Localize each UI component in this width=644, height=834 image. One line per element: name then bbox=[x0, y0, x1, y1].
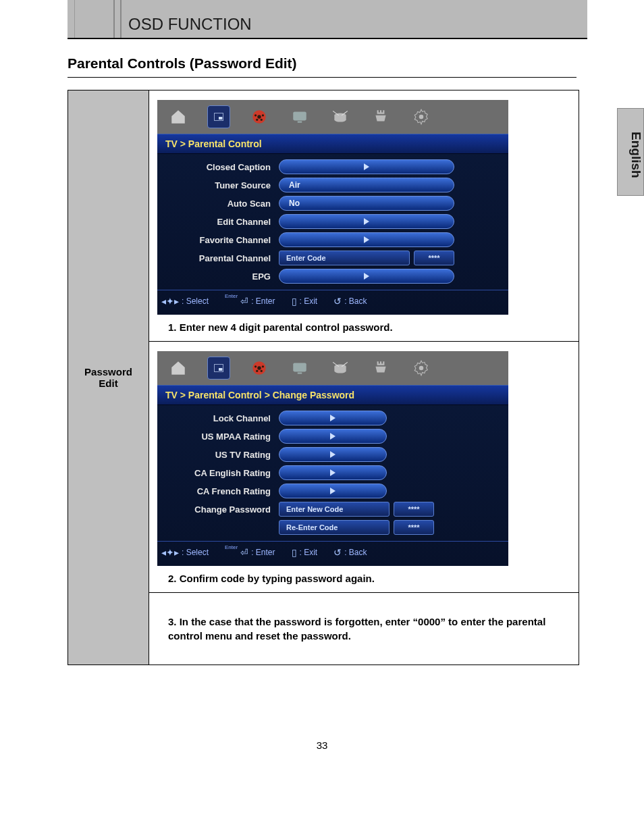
svg-rect-8 bbox=[293, 111, 306, 120]
osd-value-text: No bbox=[289, 199, 300, 208]
home-icon bbox=[167, 357, 190, 380]
header-title: OSD FUNCTION bbox=[122, 15, 252, 38]
osd-code-label: Enter New Code bbox=[279, 502, 390, 517]
drum-icon bbox=[329, 357, 352, 380]
step-cell-3: 3. In the case that the password is forg… bbox=[149, 593, 579, 665]
footer-select: ◂✦▸ : Select bbox=[161, 296, 209, 307]
title-underline bbox=[68, 77, 576, 78]
movie-icon bbox=[248, 357, 271, 380]
osd-menu-label: Closed Caption bbox=[164, 162, 279, 172]
language-side-tab: English bbox=[617, 108, 644, 196]
osd-menu-row[interactable]: CA English Rating bbox=[164, 465, 502, 480]
osd-iconbar bbox=[157, 351, 508, 385]
osd-value-pill[interactable]: Air bbox=[279, 178, 454, 192]
footer-select: ◂✦▸ : Select bbox=[161, 547, 209, 558]
footer-exit: ▯ : Exit bbox=[292, 547, 318, 558]
svg-point-18 bbox=[254, 365, 257, 367]
osd-menu-label: Lock Channel bbox=[164, 413, 279, 423]
osd-value-pill[interactable] bbox=[279, 232, 454, 247]
svg-point-4 bbox=[254, 114, 257, 116]
osd-screenshot-2: TV > Parental Control > Change Password … bbox=[157, 351, 508, 566]
osd-screenshot-1: TV > Parental Control Closed CaptionTune… bbox=[157, 100, 508, 315]
osd-value-pill[interactable] bbox=[279, 447, 387, 462]
footer-back: ↺ : Back bbox=[333, 296, 367, 307]
svg-rect-22 bbox=[293, 363, 306, 371]
osd-value-pill[interactable] bbox=[279, 214, 454, 229]
svg-point-7 bbox=[261, 119, 263, 121]
osd-menu-label: Change Password bbox=[164, 504, 279, 515]
osd-menu-label: Auto Scan bbox=[164, 199, 279, 209]
osd-menu-row[interactable]: Parental ChannelEnter Code**** bbox=[164, 251, 502, 265]
osd-menu-row[interactable]: CA French Rating bbox=[164, 484, 502, 498]
osd-breadcrumb: TV > Parental Control > Change Password bbox=[157, 385, 508, 405]
osd-code-input[interactable]: **** bbox=[394, 520, 434, 535]
svg-point-20 bbox=[256, 370, 258, 372]
arrow-right-icon bbox=[364, 218, 369, 225]
osd-menu-row[interactable]: Auto ScanNo bbox=[164, 196, 502, 211]
osd-code-row: Re-Enter Code**** bbox=[279, 520, 434, 535]
page-header: OSD FUNCTION bbox=[68, 0, 587, 39]
step-3-text: 3. In the case that the password is forg… bbox=[168, 615, 570, 643]
arrow-right-icon bbox=[364, 236, 369, 243]
svg-rect-9 bbox=[298, 122, 302, 123]
monitor-icon bbox=[288, 357, 311, 380]
pip-icon bbox=[207, 357, 230, 380]
osd-menu-label: US MPAA Rating bbox=[164, 432, 279, 442]
osd-value-pill[interactable] bbox=[279, 429, 387, 444]
monitor-icon bbox=[288, 105, 311, 128]
page-title: Parental Controls (Password Edit) bbox=[68, 55, 644, 72]
osd-menu-row[interactable]: US MPAA Rating bbox=[164, 429, 502, 444]
osd-menu-row[interactable]: Edit Channel bbox=[164, 214, 502, 229]
osd-menu-row[interactable]: Favorite Channel bbox=[164, 232, 502, 247]
osd-menu-row[interactable]: Closed Caption bbox=[164, 159, 502, 174]
svg-rect-1 bbox=[219, 117, 222, 120]
osd-menu-label: Parental Channel bbox=[164, 253, 279, 263]
osd-menu-row[interactable]: EPG bbox=[164, 269, 502, 284]
step-1-text: 1. Enter new 4 digit parental control pa… bbox=[168, 321, 570, 333]
osd-value-pill[interactable] bbox=[279, 411, 387, 425]
arrow-right-icon bbox=[364, 273, 369, 280]
osd-menu-label: CA French Rating bbox=[164, 486, 279, 496]
osd-menu-row[interactable]: Change PasswordEnter New Code**** bbox=[164, 502, 502, 517]
page-number: 33 bbox=[0, 739, 644, 751]
osd-iconbar bbox=[157, 100, 508, 134]
osd-menu-label: Favorite Channel bbox=[164, 235, 279, 245]
osd-menu-rows: Closed CaptionTuner SourceAirAuto ScanNo… bbox=[157, 154, 508, 290]
osd-body: TV > Parental Control Closed CaptionTune… bbox=[157, 134, 508, 315]
step-cell-2: TV > Parental Control > Change Password … bbox=[149, 342, 579, 593]
svg-point-17 bbox=[257, 366, 261, 369]
osd-menu-row[interactable]: US TV Rating bbox=[164, 447, 502, 462]
footer-exit: ▯ : Exit bbox=[292, 296, 318, 307]
footer-enter: Enter⏎ : Enter bbox=[225, 547, 275, 558]
osd-code-input[interactable]: **** bbox=[394, 502, 434, 517]
svg-point-13 bbox=[419, 115, 424, 120]
osd-code-label: Re-Enter Code bbox=[279, 520, 390, 535]
osd-value-pill[interactable] bbox=[279, 159, 454, 174]
pip-icon bbox=[207, 105, 230, 128]
svg-point-5 bbox=[262, 114, 264, 116]
osd-menu-label: EPG bbox=[164, 271, 279, 282]
osd-code-input[interactable]: **** bbox=[414, 251, 454, 265]
svg-point-6 bbox=[256, 119, 258, 121]
osd-value-text: Air bbox=[289, 180, 300, 190]
header-tab-divider bbox=[115, 0, 122, 38]
osd-value-pill[interactable] bbox=[279, 484, 387, 498]
home-icon bbox=[167, 105, 190, 128]
osd-value-pill[interactable]: No bbox=[279, 196, 454, 211]
osd-footer: ◂✦▸ : Select Enter⏎ : Enter ▯ : Exit ↺ :… bbox=[157, 290, 508, 309]
arrow-right-icon bbox=[330, 415, 336, 421]
osd-menu-row[interactable]: Tuner SourceAir bbox=[164, 178, 502, 192]
osd-value-pill[interactable] bbox=[279, 269, 454, 284]
footer-enter: Enter⏎ : Enter bbox=[225, 296, 275, 307]
osd-footer: ◂✦▸ : Select Enter⏎ : Enter ▯ : Exit ↺ :… bbox=[157, 541, 508, 561]
step-cell-1: TV > Parental Control Closed CaptionTune… bbox=[149, 90, 579, 342]
osd-menu-row[interactable]: Lock Channel bbox=[164, 411, 502, 425]
osd-code-row: Enter New Code**** bbox=[279, 502, 434, 517]
osd-menu-label: CA English Rating bbox=[164, 468, 279, 478]
osd-value-pill[interactable] bbox=[279, 465, 387, 480]
row-label: PasswordEdit bbox=[68, 366, 149, 389]
gear-icon bbox=[410, 105, 433, 128]
gear-icon bbox=[410, 357, 433, 380]
footer-back: ↺ : Back bbox=[333, 547, 367, 558]
osd-menu-row[interactable]: Re-Enter Code**** bbox=[164, 520, 502, 535]
